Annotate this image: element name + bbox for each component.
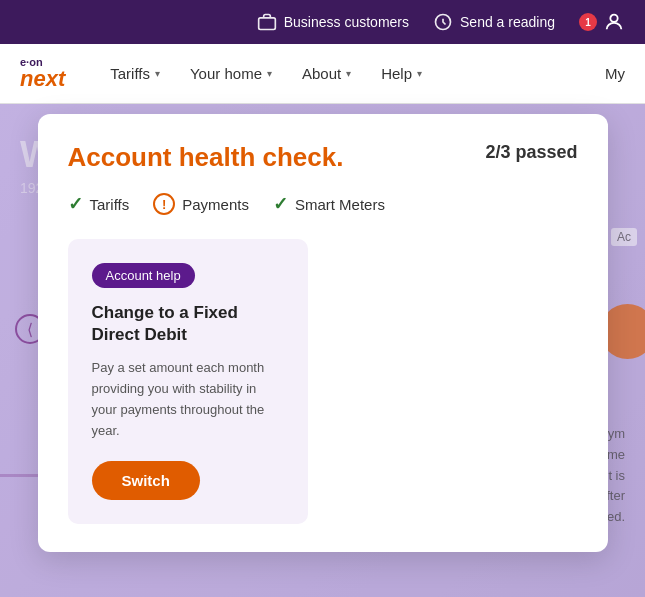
send-reading-link[interactable]: Send a reading xyxy=(433,12,555,32)
health-check-modal: Account health check. 2/3 passed ✓ Tarif… xyxy=(38,114,608,552)
card-badge: Account help xyxy=(92,263,195,288)
meter-icon xyxy=(433,12,453,32)
chevron-down-icon: ▾ xyxy=(155,68,160,79)
checkmark-smart-meters-icon: ✓ xyxy=(273,193,288,215)
chevron-down-icon: ▾ xyxy=(267,68,272,79)
nav-item-help[interactable]: Help ▾ xyxy=(366,44,437,104)
business-customers-label: Business customers xyxy=(284,14,409,30)
notification-badge: 1 xyxy=(579,13,597,31)
nav-item-tariffs[interactable]: Tariffs ▾ xyxy=(95,44,175,104)
chevron-down-icon: ▾ xyxy=(417,68,422,79)
nav-your-home-label: Your home xyxy=(190,65,262,82)
checkmark-tariffs-icon: ✓ xyxy=(68,193,83,215)
check-smart-meters-label: Smart Meters xyxy=(295,196,385,213)
nav-tariffs-label: Tariffs xyxy=(110,65,150,82)
nav-items: Tariffs ▾ Your home ▾ About ▾ Help ▾ My xyxy=(95,44,625,104)
modal-checks: ✓ Tariffs ! Payments ✓ Smart Meters xyxy=(68,193,578,215)
top-bar: Business customers Send a reading 1 xyxy=(0,0,645,44)
logo-next-text: next xyxy=(20,68,65,90)
nav-help-label: Help xyxy=(381,65,412,82)
switch-button[interactable]: Switch xyxy=(92,461,200,500)
modal-header: Account health check. 2/3 passed xyxy=(68,142,578,173)
check-smart-meters: ✓ Smart Meters xyxy=(273,193,385,215)
modal-title: Account health check. xyxy=(68,142,344,173)
svg-rect-0 xyxy=(258,18,275,30)
nav-my-label: My xyxy=(605,65,625,82)
send-reading-label: Send a reading xyxy=(460,14,555,30)
business-customers-link[interactable]: Business customers xyxy=(257,12,409,32)
warning-payments-icon: ! xyxy=(153,193,175,215)
chevron-down-icon: ▾ xyxy=(346,68,351,79)
check-payments-label: Payments xyxy=(182,196,249,213)
modal-overlay: Account health check. 2/3 passed ✓ Tarif… xyxy=(0,104,645,597)
check-tariffs: ✓ Tariffs xyxy=(68,193,130,215)
help-card: Account help Change to a Fixed Direct De… xyxy=(68,239,308,524)
account-icon xyxy=(603,11,625,33)
nav-bar: e·on next Tariffs ▾ Your home ▾ About ▾ … xyxy=(0,44,645,104)
check-payments: ! Payments xyxy=(153,193,249,215)
account-icon-area[interactable]: 1 xyxy=(579,11,625,33)
briefcase-icon xyxy=(257,12,277,32)
check-tariffs-label: Tariffs xyxy=(90,196,130,213)
card-description: Pay a set amount each month providing yo… xyxy=(92,358,284,441)
modal-score: 2/3 passed xyxy=(485,142,577,163)
nav-about-label: About xyxy=(302,65,341,82)
svg-point-2 xyxy=(610,15,617,22)
logo[interactable]: e·on next xyxy=(20,57,65,90)
nav-item-your-home[interactable]: Your home ▾ xyxy=(175,44,287,104)
nav-item-about[interactable]: About ▾ xyxy=(287,44,366,104)
nav-item-my[interactable]: My xyxy=(605,65,625,82)
card-title: Change to a Fixed Direct Debit xyxy=(92,302,284,346)
